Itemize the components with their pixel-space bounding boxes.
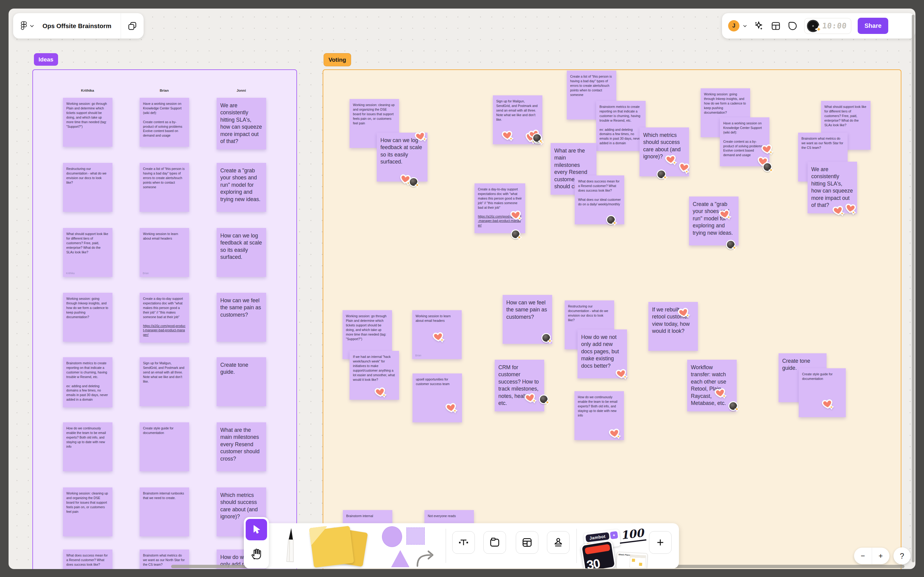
hundred-points-widget[interactable]: 100 (618, 527, 647, 544)
comment-icon[interactable] (787, 21, 798, 31)
marker-tool[interactable] (283, 527, 298, 564)
avatar-sticker-icon[interactable] (409, 177, 418, 187)
zoom-out-button[interactable]: − (854, 548, 872, 564)
sticky-note[interactable]: Brainstorm metrics to create reporting o… (63, 357, 113, 408)
heart-sticker-icon[interactable] (676, 160, 692, 176)
calendar-band (584, 544, 610, 555)
chevron-down-icon[interactable] (30, 25, 34, 27)
vertical-scrollbar[interactable] (912, 15, 914, 562)
sticky-note-text: Create tone guide. (220, 362, 248, 375)
user-avatar[interactable]: J (728, 20, 739, 31)
music-timer-widget[interactable]: 10:00 (804, 18, 851, 34)
sticky-note[interactable]: Brainstorm internal runbooks that we nee… (140, 487, 189, 536)
sticky-note[interactable]: Create a "grab your shoes and run" model… (217, 163, 266, 212)
heart-sticker-icon[interactable] (843, 201, 859, 217)
heart-sticker-icon[interactable] (676, 305, 692, 321)
triangle-shape-tool[interactable] (391, 550, 409, 567)
sticky-note[interactable]: Create a day-to-day support expectations… (140, 293, 189, 343)
star-sticker-icon (815, 25, 823, 33)
sticky-note[interactable]: Working session: cleaning up and organiz… (63, 487, 113, 536)
heart-sticker-icon[interactable] (607, 426, 623, 442)
sticky-note[interactable]: What does success mean for a Resend cust… (575, 176, 624, 224)
heart-sticker-icon[interactable] (431, 330, 446, 345)
voting-section-label[interactable]: Voting (324, 53, 351, 66)
zoom-controls: − + (854, 548, 889, 564)
add-widget-button[interactable] (649, 531, 671, 554)
heart-sticker-icon[interactable] (412, 129, 429, 145)
sticky-note[interactable]: upsell opportunities for customer succes… (412, 374, 462, 422)
calendar-widget[interactable]: 30 (580, 540, 616, 569)
avatar-sticker-icon[interactable] (657, 169, 666, 179)
select-tool[interactable] (246, 519, 267, 540)
sticky-note[interactable]: Working session: going through Inkeep in… (63, 293, 113, 342)
help-button[interactable]: ? (893, 547, 911, 564)
ideas-section-label[interactable]: Ideas (34, 53, 58, 66)
sticky-note[interactable]: Working session: go through Plain and de… (63, 98, 113, 147)
sticky-note[interactable]: What are the main milestones every Resen… (217, 422, 266, 471)
heart-sticker-icon[interactable] (820, 397, 836, 412)
stamp-tool[interactable] (547, 531, 570, 554)
sticky-note[interactable]: Create a day-to-day support expectations… (475, 184, 525, 233)
sticky-note-link[interactable]: https://a16z.com/good-product-manager-ba… (143, 324, 186, 337)
sticky-note-tool[interactable] (308, 525, 372, 567)
heart-sticker-icon[interactable] (372, 385, 388, 400)
avatar-sticker-icon[interactable] (726, 240, 736, 249)
figma-logo-icon[interactable] (21, 21, 27, 31)
sticky-note[interactable]: How can we log feedback at scale so its … (217, 228, 266, 277)
zoom-in-button[interactable]: + (872, 548, 890, 564)
top-right-toolbar: J 10:00 Share (722, 13, 915, 39)
sticky-note[interactable]: If we rebuilt retool customer view today… (649, 302, 698, 351)
sticky-note-text: How do we continuously enable the team t… (578, 395, 618, 417)
sticky-note[interactable]: What should support look like for differ… (63, 228, 113, 277)
sticky-note[interactable]: Create style guide for documentation (140, 422, 189, 471)
boards-icon[interactable] (121, 13, 143, 39)
avatar-sticker-icon[interactable] (511, 229, 520, 239)
heart-sticker-icon[interactable] (443, 401, 459, 416)
heart-sticker-icon[interactable] (663, 153, 679, 168)
column-header-krithika: Krithika (63, 89, 112, 92)
avatar-sticker-icon[interactable] (532, 133, 542, 143)
section-tool[interactable] (483, 531, 506, 554)
heart-sticker-icon[interactable] (509, 208, 524, 223)
heart-sticker-icon[interactable] (713, 386, 728, 401)
ai-sparkle-icon[interactable] (753, 21, 764, 31)
sticky-note[interactable]: What does success mean for a Resend cust… (63, 550, 113, 569)
file-titlebar: Ops Offsite Brainstorm (13, 13, 143, 39)
avatar-sticker-icon[interactable] (539, 395, 549, 404)
avatar-sticker-icon[interactable] (763, 162, 772, 172)
heart-sticker-icon[interactable] (613, 367, 629, 382)
sticky-note[interactable]: Sign up for Mailgun, SendGrid, and Postm… (140, 357, 189, 406)
sticky-note[interactable]: We are consistently hitting SLA's, how c… (217, 98, 266, 150)
week-planner-widget[interactable]: Week Planner (616, 552, 648, 569)
sticky-note[interactable]: Create a "grab your shoes and run" model… (689, 197, 739, 245)
square-shape-tool[interactable] (406, 527, 425, 545)
sticky-note[interactable]: Create tone guide. (217, 357, 266, 406)
file-title[interactable]: Ops Offsite Brainstorm (42, 22, 111, 30)
avatar-sticker-icon[interactable] (606, 215, 616, 225)
sticky-note[interactable]: Create a list of "this person is having … (140, 163, 189, 212)
hand-tool[interactable] (246, 543, 267, 565)
sticky-note-text: How do we continuously enable the team t… (66, 426, 106, 448)
sticky-note[interactable]: Restructuring our documentation - what d… (63, 163, 113, 212)
sticky-note[interactable]: Working session to learn about email hea… (140, 228, 189, 277)
connector-arrow-tool[interactable] (413, 547, 441, 567)
chevron-down-icon[interactable] (743, 25, 747, 27)
heart-sticker-icon[interactable] (500, 129, 515, 143)
heart-sticker-icon[interactable] (717, 207, 733, 222)
sticky-note[interactable]: Have a working session on Knowledge Cent… (140, 98, 189, 147)
sticky-note[interactable]: Brainstorm metrics to create reporting o… (596, 101, 646, 151)
flower-icon: ✦ (610, 531, 618, 539)
templates-icon[interactable] (771, 21, 781, 31)
avatar-sticker-icon[interactable] (728, 401, 738, 411)
avatar-sticker-icon[interactable] (541, 333, 551, 343)
text-tool[interactable] (452, 531, 475, 554)
sticky-note[interactable]: How can we feel the same pain as custome… (217, 293, 266, 342)
figjam-canvas[interactable]: Ideas Voting Krithika Brian Jonni Workin… (8, 8, 916, 569)
sticky-note-text: Have a working session on Knowledge Cent… (143, 102, 182, 137)
sticky-note-text: How can we feel the same pain as custome… (220, 297, 261, 318)
ellipse-shape-tool[interactable] (382, 526, 402, 547)
heart-sticker-icon[interactable] (523, 390, 539, 406)
sticky-note[interactable]: How do we continuously enable the team t… (63, 422, 113, 471)
table-tool[interactable] (516, 531, 538, 554)
share-button[interactable]: Share (858, 18, 888, 34)
